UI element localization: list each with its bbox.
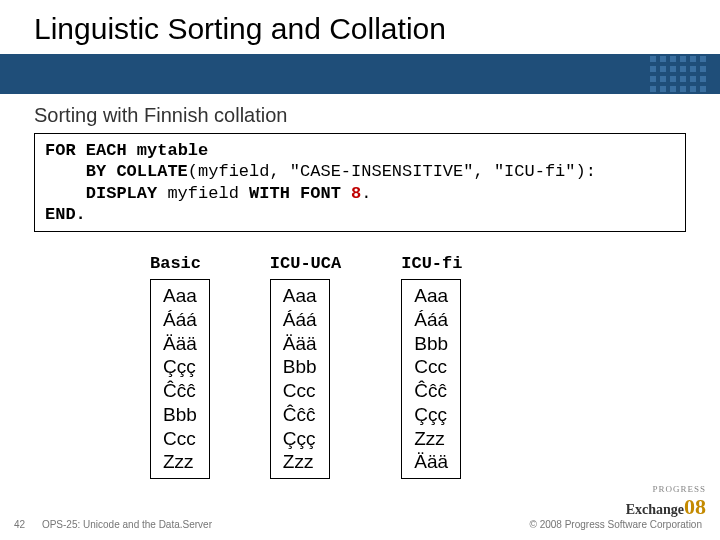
column-icu-uca: ICU-UCA Aaa Ááá Äää Bbb Ccc Ĉĉĉ Ççç Zzz [270, 254, 341, 479]
slide-subtitle: Sorting with Finnish collation [0, 94, 720, 133]
list-item: Äää [414, 450, 448, 474]
list-item: Ĉĉĉ [414, 379, 448, 403]
results-columns: Basic Aaa Ááá Äää Ççç Ĉĉĉ Bbb Ccc Zzz IC… [0, 232, 720, 479]
column-basic: Basic Aaa Ááá Äää Ççç Ĉĉĉ Bbb Ccc Zzz [150, 254, 210, 479]
slide-title: Linguistic Sorting and Collation [0, 0, 720, 54]
list-item: Ĉĉĉ [283, 403, 317, 427]
list-item: Ççç [414, 403, 448, 427]
column-icu-fi: ICU-fi Aaa Ááá Bbb Ccc Ĉĉĉ Ççç Zzz Äää [401, 254, 462, 479]
list-item: Aaa [283, 284, 317, 308]
code-line: DISPLAY myfield WITH FONT 8. [45, 183, 675, 204]
list-item: Ááá [283, 308, 317, 332]
list-item: Ççç [283, 427, 317, 451]
code-line: END. [45, 204, 675, 225]
list-item: Ccc [414, 355, 448, 379]
code-text: (myfield, "CASE-INSENSITIVE", "ICU-fi"): [188, 162, 596, 181]
list-item: Ccc [163, 427, 197, 451]
list-item: Ccc [283, 379, 317, 403]
title-band [0, 54, 720, 94]
code-block: FOR EACH mytable BY COLLATE(myfield, "CA… [34, 133, 686, 232]
keyword: COLLATE [116, 162, 187, 181]
list-item: Ááá [414, 308, 448, 332]
copyright: © 2008 Progress Software Corporation [530, 519, 702, 530]
keyword: FONT [300, 184, 341, 203]
identifier: mytable [137, 141, 208, 160]
keyword: WITH [249, 184, 290, 203]
conference-logo: PROGRESS Exchange08 [626, 484, 706, 520]
list-item: Ççç [163, 355, 197, 379]
column-header: ICU-fi [401, 254, 462, 273]
list-item: Ĉĉĉ [163, 379, 197, 403]
code-text: myfield [167, 184, 238, 203]
list-item: Bbb [163, 403, 197, 427]
code-text: . [361, 184, 371, 203]
list-item: Bbb [414, 332, 448, 356]
logo-word: Exchange [626, 502, 684, 517]
list-item: Zzz [283, 450, 317, 474]
list-item: Äää [163, 332, 197, 356]
keyword: DISPLAY [86, 184, 157, 203]
slide: Linguistic Sorting and Collation Sorting… [0, 0, 720, 540]
list-item: Zzz [163, 450, 197, 474]
list-item: Bbb [283, 355, 317, 379]
code-line: FOR EACH mytable [45, 140, 675, 161]
list-item: Aaa [414, 284, 448, 308]
column-box: Aaa Ááá Äää Ççç Ĉĉĉ Bbb Ccc Zzz [150, 279, 210, 479]
logo-year: 08 [684, 494, 706, 519]
page-number: 42 [14, 519, 25, 530]
number-literal: 8 [351, 184, 361, 203]
dot-grid-icon [650, 56, 706, 92]
brand-label: PROGRESS [626, 484, 706, 494]
column-header: Basic [150, 254, 201, 273]
code-line: BY COLLATE(myfield, "CASE-INSENSITIVE", … [45, 161, 675, 182]
column-box: Aaa Ááá Bbb Ccc Ĉĉĉ Ççç Zzz Äää [401, 279, 461, 479]
keyword: FOR [45, 141, 76, 160]
list-item: Zzz [414, 427, 448, 451]
footer-left: 42 OPS-25: Unicode and the Data.Server [14, 519, 212, 530]
keyword: EACH [86, 141, 127, 160]
keyword: BY [86, 162, 106, 181]
column-header: ICU-UCA [270, 254, 341, 273]
footer: 42 OPS-25: Unicode and the Data.Server ©… [0, 519, 720, 530]
session-label: OPS-25: Unicode and the Data.Server [42, 519, 212, 530]
list-item: Äää [283, 332, 317, 356]
list-item: Aaa [163, 284, 197, 308]
column-box: Aaa Ááá Äää Bbb Ccc Ĉĉĉ Ççç Zzz [270, 279, 330, 479]
list-item: Ááá [163, 308, 197, 332]
